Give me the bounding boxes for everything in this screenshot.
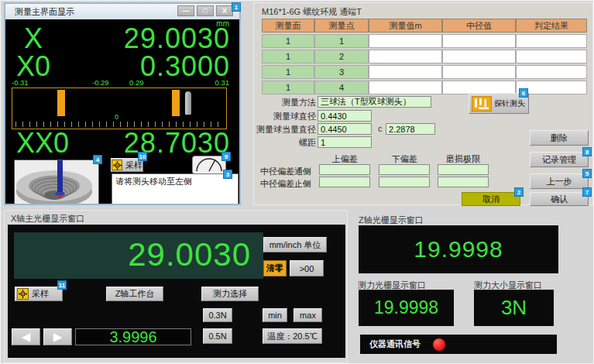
z-axis-panel-title: Z轴光栅显示窗口	[359, 215, 424, 226]
table-row[interactable]	[442, 34, 516, 48]
main-window-titlebar[interactable]: 测量主界面显示 — □ X 1	[5, 4, 239, 19]
main-display-window: 测量主界面显示 — □ X 1 mm X 29.0030 X0 0.3000 -…	[4, 2, 241, 205]
table-row[interactable]: 1	[262, 50, 314, 64]
pd-nogo-wear-field[interactable]	[438, 177, 489, 187]
equiv-diameter-field[interactable]	[318, 123, 372, 135]
readout-x: X 29.0030	[5, 22, 239, 52]
wear-limit-header: 磨损极限	[438, 153, 489, 165]
readout-xx0: XX0 28.7030	[5, 127, 239, 156]
col-header-point: 测量点	[314, 19, 369, 33]
close-button[interactable]: X	[216, 5, 233, 16]
table-row[interactable]: 4	[314, 81, 369, 94]
table-row[interactable]	[516, 34, 587, 48]
force-0.5n-button[interactable]: 0.5N	[203, 328, 232, 344]
z-worktable-button[interactable]: Z轴工作台	[106, 287, 163, 301]
gt-zero-button[interactable]: >00	[290, 260, 324, 276]
table-row[interactable]: 3	[314, 65, 369, 79]
thread-gauge-illustration	[15, 160, 98, 204]
c-field[interactable]	[386, 123, 435, 135]
x-axis-panel: X轴主光栅显示窗口 29.0030 mm/inch 单位 清零 >00 采样 1…	[4, 210, 348, 363]
table-row[interactable]: 1	[262, 34, 314, 48]
prev-step-button[interactable]: 上一步	[530, 173, 589, 189]
crosshair-icon	[112, 160, 122, 170]
table-row[interactable]: 2	[314, 50, 369, 64]
c-label: c	[378, 124, 383, 133]
tolerance-scale: 0	[12, 88, 227, 129]
force-grating-value: 19.9998	[374, 297, 438, 318]
method-field[interactable]	[318, 96, 431, 108]
equiv-diameter-label: 测量球当量直径	[256, 124, 316, 136]
x-axis-sub-display: 3.9996	[75, 328, 191, 345]
scale-tick--0.31: -0.31	[12, 78, 29, 87]
app-root: 测量主界面显示 — □ X 1 mm X 29.0030 X0 0.3000 -…	[0, 0, 594, 364]
pd-go-lower-field[interactable]	[379, 164, 430, 175]
pd-deviation-nogo-label: 中径偏差止侧	[260, 178, 319, 190]
pd-nogo-upper-field[interactable]	[319, 177, 370, 187]
min-button[interactable]: min	[263, 308, 287, 322]
table-row[interactable]	[516, 50, 587, 64]
step-badge-5: 5	[582, 169, 592, 178]
pd-go-upper-field[interactable]	[319, 164, 370, 175]
pd-go-wear-field[interactable]	[438, 164, 489, 175]
step-badge-1: 1	[232, 2, 241, 12]
ball-diameter-field[interactable]	[318, 110, 372, 122]
probe-icon	[472, 96, 492, 112]
force-size-display: 3N	[474, 290, 554, 326]
confirm-button[interactable]: 确认	[530, 192, 589, 206]
zero-button[interactable]: 清零	[263, 260, 287, 276]
step-right-button[interactable]: ▶	[43, 328, 72, 345]
delete-button[interactable]: 删除	[530, 130, 589, 146]
comm-signal-label: 仪器通讯信号	[369, 338, 421, 350]
scale-tick-0.31: 0.31	[215, 78, 230, 87]
window-controls: — □ X	[175, 5, 233, 16]
scale-ticks	[15, 122, 223, 127]
step-badge-8: 8	[582, 147, 592, 156]
unit-toggle-button[interactable]: mm/inch 单位	[263, 237, 327, 252]
table-row[interactable]	[516, 65, 587, 79]
step-badge-4: 4	[93, 155, 102, 164]
col-header-result: 判定结果	[516, 19, 587, 33]
table-row[interactable]	[369, 81, 442, 94]
table-row[interactable]	[442, 50, 516, 64]
step-badge-6: 6	[519, 88, 528, 98]
table-row[interactable]: 1	[262, 65, 314, 79]
tolerance-bar-left	[57, 90, 65, 116]
pitch-label: 螺距	[256, 137, 316, 149]
table-row[interactable]	[369, 34, 442, 48]
step-badge-3: 3	[223, 170, 232, 179]
comm-signal-indicator	[433, 338, 445, 351]
probe-button-label: 探针测头	[494, 98, 525, 109]
force-0.3n-button[interactable]: 0.3N	[203, 308, 232, 322]
table-row[interactable]: 1	[314, 34, 369, 48]
col-header-face: 测量面	[262, 19, 314, 33]
z-axis-display: 19.9998	[359, 225, 558, 273]
table-row[interactable]	[442, 65, 516, 79]
table-row[interactable]: 1	[262, 81, 314, 94]
table-row[interactable]	[369, 65, 442, 79]
x-axis-main-display: 29.0030	[14, 232, 263, 279]
x-axis-panel-title: X轴主光栅显示窗口	[11, 213, 84, 225]
pitch-field[interactable]	[318, 136, 372, 148]
max-button[interactable]: max	[294, 308, 322, 322]
pd-nogo-lower-field[interactable]	[379, 177, 430, 187]
sample-button-x-label: 采样	[32, 288, 49, 300]
step-badge-2: 2	[514, 187, 524, 197]
col-header-mid: 中径值	[442, 19, 516, 33]
maximize-button[interactable]: □	[197, 5, 214, 16]
pd-deviation-go-label: 中径偏差通侧	[260, 166, 319, 177]
main-window-title: 测量主界面显示	[5, 6, 74, 18]
measurement-title: M16*1-6G 螺纹环规 通端T	[262, 6, 362, 18]
cancel-button[interactable]: 取消	[462, 192, 520, 206]
table-row[interactable]	[369, 50, 442, 64]
scale-zero-label: 0	[115, 113, 118, 121]
measurement-setup-panel: M16*1-6G 螺纹环规 通端T 测量面 测量点 测量值m 中径值 判定结果 …	[253, 2, 593, 205]
scale-tick--0.29: -0.29	[92, 78, 109, 87]
force-grating-display: 19.9998	[359, 290, 454, 326]
records-button[interactable]: 记录管理	[530, 152, 589, 167]
force-select-button[interactable]: 测力选择	[201, 287, 259, 301]
step-left-button[interactable]: ◀	[12, 328, 40, 345]
scale-needle	[185, 91, 191, 115]
step-badge-11: 11	[57, 280, 67, 290]
sample-button-x[interactable]: 采样	[15, 287, 63, 301]
minimize-button[interactable]: —	[177, 5, 194, 16]
